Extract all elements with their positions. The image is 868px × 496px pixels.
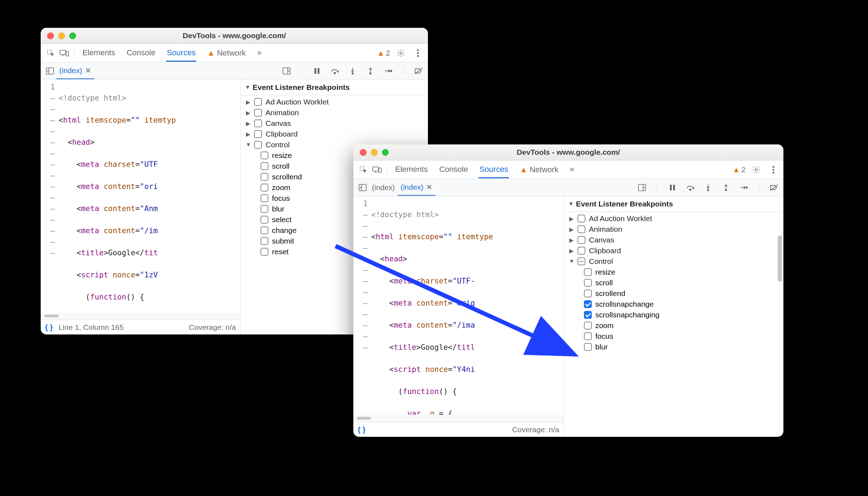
minimize-icon[interactable] — [371, 149, 378, 156]
format-icon[interactable]: { } — [358, 425, 365, 434]
checkbox[interactable] — [584, 279, 592, 287]
category-ad-auction[interactable]: ▶Ad Auction Worklet — [564, 213, 783, 224]
checkbox[interactable] — [577, 247, 585, 255]
category-canvas[interactable]: ▶Canvas — [564, 235, 783, 245]
step-over-icon[interactable] — [684, 181, 697, 194]
tab-console[interactable]: Console — [439, 161, 469, 178]
tabs-more[interactable]: » — [569, 161, 575, 178]
close-icon[interactable] — [360, 149, 367, 156]
show-navigator-icon[interactable] — [44, 65, 56, 77]
checkbox[interactable] — [261, 226, 268, 234]
breakpoint-list[interactable]: ▶Ad Auction Worklet ▶Animation ▶Canvas ▶… — [564, 212, 783, 437]
titlebar[interactable]: DevTools - www.google.com/ — [41, 28, 428, 44]
checkbox[interactable] — [261, 173, 268, 181]
step-into-icon[interactable] — [702, 181, 715, 194]
checkbox[interactable] — [584, 268, 592, 276]
deactivate-breakpoints-icon[interactable] — [412, 65, 425, 77]
file-tab-index[interactable]: (index) ✕ — [56, 66, 94, 79]
checkbox[interactable] — [577, 225, 585, 233]
gear-icon[interactable] — [394, 47, 407, 60]
checkbox[interactable] — [254, 141, 262, 149]
show-debugger-icon[interactable] — [280, 65, 293, 77]
checkbox[interactable] — [584, 343, 592, 351]
checkbox[interactable] — [254, 98, 262, 106]
category-control[interactable]: ▼Control — [564, 256, 783, 267]
bp-scrollsnapchange[interactable]: scrollsnapchange — [564, 299, 783, 310]
source-code[interactable]: <!doctype html> <html itemscope="" itemt… — [371, 196, 564, 415]
category-ad-auction[interactable]: ▶Ad Auction Worklet — [241, 97, 428, 107]
category-animation[interactable]: ▶Animation — [564, 224, 783, 235]
bp-blur[interactable]: blur — [564, 342, 783, 352]
pause-icon[interactable] — [666, 181, 679, 194]
close-tab-icon[interactable]: ✕ — [426, 183, 433, 191]
checkbox[interactable] — [254, 119, 262, 127]
step-icon[interactable] — [382, 65, 395, 77]
event-listener-breakpoints-header[interactable]: ▼ Event Listener Breakpoints — [564, 196, 783, 212]
checkbox[interactable] — [254, 109, 262, 117]
bp-scrollend[interactable]: scrollend — [564, 288, 783, 299]
format-icon[interactable]: { } — [45, 323, 53, 332]
category-animation[interactable]: ▶Animation — [241, 107, 428, 118]
checkbox[interactable] — [584, 332, 592, 340]
tab-elements[interactable]: Elements — [82, 45, 116, 62]
checkbox[interactable] — [261, 184, 268, 191]
checkbox-indeterminate[interactable] — [577, 257, 585, 265]
inspect-icon[interactable] — [44, 47, 57, 60]
show-debugger-icon[interactable] — [636, 181, 649, 194]
checkbox[interactable] — [584, 290, 592, 297]
warnings-badge[interactable]: ▲ 2 — [377, 49, 390, 57]
step-over-icon[interactable] — [328, 65, 341, 77]
checkbox[interactable] — [261, 152, 268, 159]
checkbox[interactable] — [577, 215, 585, 223]
category-clipboard[interactable]: ▶Clipboard — [564, 245, 783, 256]
checkbox-checked[interactable] — [584, 311, 592, 319]
bp-scroll[interactable]: scroll — [564, 277, 783, 288]
gear-icon[interactable] — [750, 163, 763, 176]
bp-resize[interactable]: resize — [564, 267, 783, 277]
bp-scrollsnapchanging[interactable]: scrollsnapchanging — [564, 310, 783, 320]
warnings-badge[interactable]: ▲ 2 — [733, 165, 746, 174]
close-icon[interactable] — [47, 32, 54, 39]
horizontal-scrollbar[interactable] — [353, 415, 564, 422]
step-icon[interactable] — [737, 181, 750, 194]
checkbox[interactable] — [261, 237, 268, 245]
horizontal-scrollbar[interactable] — [41, 312, 240, 319]
tab-sources[interactable]: Sources — [479, 161, 509, 178]
inspect-icon[interactable] — [357, 163, 370, 176]
minimize-icon[interactable] — [58, 32, 65, 39]
checkbox[interactable] — [254, 130, 262, 138]
checkbox[interactable] — [261, 194, 268, 202]
source-code[interactable]: <!doctype html> <html itemscope="" itemt… — [59, 80, 240, 312]
tab-console[interactable]: Console — [126, 45, 156, 62]
maximize-icon[interactable] — [69, 32, 76, 39]
checkbox-checked[interactable] — [584, 300, 592, 308]
close-tab-icon[interactable]: ✕ — [85, 66, 91, 75]
vertical-scrollbar[interactable] — [778, 218, 782, 396]
bp-focus[interactable]: focus — [564, 331, 783, 342]
tab-network[interactable]: ▲ Network — [519, 161, 559, 178]
pause-icon[interactable] — [311, 65, 323, 77]
bp-zoom[interactable]: zoom — [564, 320, 783, 331]
file-tab-index-active[interactable]: (index) ✕ — [398, 183, 435, 196]
checkbox[interactable] — [261, 248, 268, 256]
step-into-icon[interactable] — [346, 65, 359, 77]
tab-elements[interactable]: Elements — [394, 161, 429, 178]
device-icon[interactable] — [370, 163, 383, 176]
checkbox[interactable] — [261, 162, 268, 170]
checkbox[interactable] — [584, 322, 592, 329]
titlebar[interactable]: DevTools - www.google.com/ — [353, 144, 783, 160]
tabs-more[interactable]: » — [257, 45, 262, 62]
event-listener-breakpoints-header[interactable]: ▼ Event Listener Breakpoints — [241, 80, 428, 95]
kebab-icon[interactable] — [412, 47, 424, 60]
category-clipboard[interactable]: ▶Clipboard — [241, 129, 428, 139]
checkbox[interactable] — [577, 236, 585, 244]
tab-network[interactable]: ▲ Network — [206, 45, 246, 62]
step-out-icon[interactable] — [364, 65, 377, 77]
kebab-icon[interactable] — [767, 163, 780, 176]
checkbox[interactable] — [261, 216, 268, 224]
category-canvas[interactable]: ▶Canvas — [241, 118, 428, 129]
step-out-icon[interactable] — [720, 181, 732, 194]
tab-sources[interactable]: Sources — [166, 45, 196, 62]
file-tab-index-inactive[interactable]: (index) — [369, 183, 398, 192]
deactivate-breakpoints-icon[interactable] — [768, 181, 781, 194]
